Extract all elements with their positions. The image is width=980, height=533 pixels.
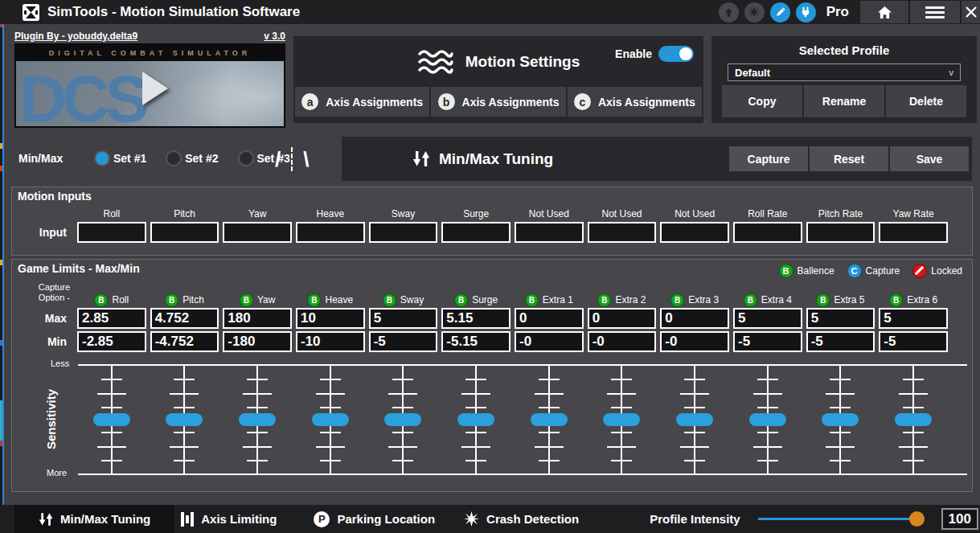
save-button[interactable]: Save: [890, 146, 969, 171]
slider-handle[interactable]: [312, 413, 349, 426]
max-sway[interactable]: 5: [369, 308, 438, 329]
min-extra1[interactable]: -0: [515, 331, 584, 352]
limit-col-header[interactable]: BExtra 5: [806, 292, 875, 308]
max-extra2[interactable]: 0: [588, 308, 657, 329]
input-sway[interactable]: [369, 222, 438, 243]
min-yaw[interactable]: -180: [223, 331, 292, 352]
tab-minmax-tuning[interactable]: Min/Max Tuning: [14, 505, 174, 533]
menu-button[interactable]: [910, 1, 960, 23]
input-rollrate[interactable]: [733, 222, 802, 243]
profile-intensity-handle[interactable]: [909, 511, 925, 527]
game-thumbnail[interactable]: DIGITAL COMBAT SIMULATOR DCS: [14, 43, 285, 128]
min-extra5[interactable]: -5: [806, 331, 875, 352]
limit-col-header[interactable]: BExtra 1: [515, 292, 584, 308]
set1-radio[interactable]: Set #1: [94, 150, 146, 166]
slider-handle[interactable]: [895, 413, 932, 426]
plugin-button[interactable]: [796, 2, 816, 23]
slider-handle[interactable]: [384, 413, 421, 426]
min-extra3[interactable]: -0: [660, 331, 729, 352]
axis-assignments-c-button[interactable]: c Axis Assignments: [568, 87, 702, 117]
max-yaw[interactable]: 180: [223, 308, 292, 329]
preset-fall-icon[interactable]: \: [303, 149, 309, 170]
slider-handle[interactable]: [531, 413, 568, 426]
limit-col-header[interactable]: BYaw: [223, 292, 292, 308]
crash-status-button[interactable]: [744, 2, 765, 23]
preset-center-icon[interactable]: [291, 147, 293, 171]
max-pitch[interactable]: 4.752: [150, 308, 219, 329]
tab-parking-location[interactable]: P Parking Location: [314, 511, 435, 527]
limit-col-header[interactable]: BPitch: [150, 292, 219, 308]
min-extra2[interactable]: -0: [588, 331, 657, 352]
sensitivity-slider-heave[interactable]: [296, 364, 365, 475]
slider-handle[interactable]: [603, 413, 640, 426]
set2-radio[interactable]: Set #2: [166, 150, 218, 166]
limit-col-header[interactable]: BExtra 4: [733, 292, 802, 308]
play-icon[interactable]: [142, 72, 168, 105]
slider-handle[interactable]: [239, 413, 276, 426]
sensitivity-slider-extra1[interactable]: [515, 364, 584, 475]
slider-handle[interactable]: [93, 413, 130, 426]
close-button[interactable]: [962, 1, 980, 23]
sensitivity-slider-pitch[interactable]: [150, 364, 219, 475]
slider-handle[interactable]: [676, 413, 713, 426]
max-roll[interactable]: 2.85: [77, 308, 146, 329]
min-extra4[interactable]: -5: [733, 331, 802, 352]
max-extra3[interactable]: 0: [660, 308, 729, 329]
max-extra6[interactable]: 5: [879, 308, 948, 329]
input-notused-2[interactable]: [588, 222, 657, 243]
input-yawrate[interactable]: [879, 222, 948, 243]
limit-col-header[interactable]: BExtra 3: [660, 292, 729, 308]
max-extra1[interactable]: 0: [515, 308, 584, 329]
input-pitchrate[interactable]: [806, 222, 875, 243]
limit-col-header[interactable]: BSurge: [441, 292, 511, 308]
input-surge[interactable]: [441, 222, 511, 243]
update-button[interactable]: [719, 2, 739, 23]
profile-select[interactable]: Default v: [728, 64, 961, 81]
min-sway[interactable]: -5: [369, 331, 438, 352]
input-yaw[interactable]: [223, 222, 292, 243]
sensitivity-slider-surge[interactable]: [441, 364, 511, 475]
tab-axis-limiting[interactable]: Axis Limiting: [181, 512, 277, 527]
input-notused-3[interactable]: [660, 222, 729, 243]
edit-button[interactable]: [770, 2, 790, 23]
input-pitch[interactable]: [150, 222, 219, 243]
limit-col-header[interactable]: BHeave: [296, 292, 365, 308]
slider-handle[interactable]: [457, 413, 494, 426]
max-surge[interactable]: 5.15: [441, 308, 511, 329]
enable-toggle[interactable]: [658, 46, 694, 62]
input-notused-1[interactable]: [515, 222, 584, 243]
slider-handle[interactable]: [166, 413, 203, 426]
capture-button[interactable]: Capture: [729, 146, 808, 171]
min-pitch[interactable]: -4.752: [150, 331, 219, 352]
limit-col-header[interactable]: BExtra 2: [588, 292, 657, 308]
limit-col-header[interactable]: BSway: [369, 292, 438, 308]
max-extra4[interactable]: 5: [733, 308, 802, 329]
max-extra5[interactable]: 5: [806, 308, 875, 329]
home-button[interactable]: [860, 1, 908, 23]
profile-intensity-slider[interactable]: [758, 518, 917, 520]
input-roll[interactable]: [77, 222, 146, 243]
sensitivity-slider-extra2[interactable]: [588, 364, 657, 475]
sensitivity-slider-extra3[interactable]: [660, 364, 729, 475]
sensitivity-slider-extra6[interactable]: [879, 364, 948, 475]
limit-col-header[interactable]: BRoll: [77, 292, 146, 308]
sensitivity-slider-extra4[interactable]: [733, 364, 802, 475]
rename-button[interactable]: Rename: [804, 85, 884, 117]
copy-button[interactable]: Copy: [722, 85, 802, 117]
sensitivity-slider-roll[interactable]: [77, 364, 146, 475]
slider-handle[interactable]: [822, 413, 859, 426]
delete-button[interactable]: Delete: [886, 85, 966, 117]
max-heave[interactable]: 10: [296, 308, 365, 329]
min-roll[interactable]: -2.85: [77, 331, 146, 352]
preset-rise-icon[interactable]: /: [275, 149, 281, 170]
min-surge[interactable]: -5.15: [441, 331, 511, 352]
sensitivity-slider-sway[interactable]: [369, 364, 438, 475]
min-extra6[interactable]: -5: [879, 331, 948, 352]
input-heave[interactable]: [296, 222, 365, 243]
sensitivity-slider-extra5[interactable]: [806, 364, 875, 475]
limit-col-header[interactable]: BExtra 6: [879, 292, 948, 308]
slider-handle[interactable]: [749, 413, 786, 426]
min-heave[interactable]: -10: [296, 331, 365, 352]
reset-button[interactable]: Reset: [810, 146, 888, 171]
tab-crash-detection[interactable]: Crash Detection: [464, 511, 579, 527]
